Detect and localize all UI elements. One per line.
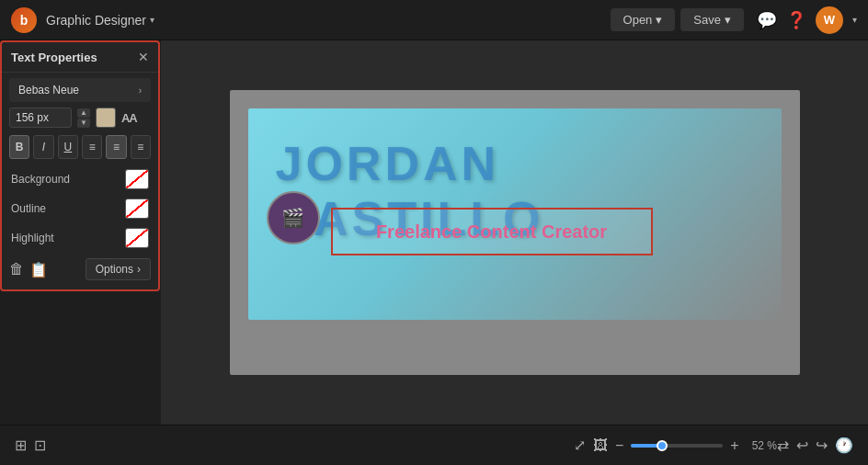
layers-icon-button[interactable]: ⊞ bbox=[15, 437, 27, 454]
text-props-title: Text Properties bbox=[11, 51, 97, 64]
font-selector[interactable]: Bebas Neue › bbox=[9, 78, 151, 102]
grid-icon-button[interactable]: ⊡ bbox=[34, 437, 46, 454]
app-name-label: Graphic Designer bbox=[46, 13, 146, 28]
design-canvas: JORDAN CASTILLO 🎬 Freelance Content Crea… bbox=[230, 90, 800, 375]
save-button[interactable]: Save ▾ bbox=[680, 8, 744, 31]
zoom-out-button[interactable]: − bbox=[615, 437, 623, 454]
main-area: Text Properties ✕ Bebas Neue › 156 px ▲ … bbox=[0, 40, 868, 425]
topbar-actions: Open ▾ Save ▾ bbox=[611, 8, 744, 31]
size-up-button[interactable]: ▲ bbox=[77, 108, 90, 118]
size-arrows: ▲ ▼ bbox=[77, 108, 90, 128]
text-properties-panel: Text Properties ✕ Bebas Neue › 156 px ▲ … bbox=[0, 40, 160, 291]
bottom-bar: ⊞ ⊡ ⤢ 🖼 − + 52 % ⇄ ↩ ↪ 🕐 bbox=[0, 425, 868, 465]
zoom-in-button[interactable]: + bbox=[730, 437, 738, 454]
bottom-center-tools: ⤢ 🖼 − + 52 % bbox=[574, 437, 777, 454]
responsive-icon-button[interactable]: ⇄ bbox=[777, 437, 789, 454]
chat-icon-button[interactable]: 💬 bbox=[757, 10, 777, 30]
help-icon-button[interactable]: ❓ bbox=[786, 10, 806, 30]
app-logo: b bbox=[11, 7, 37, 33]
open-button[interactable]: Open ▾ bbox=[611, 8, 676, 31]
zoom-slider[interactable] bbox=[631, 444, 723, 448]
banner-background: JORDAN CASTILLO 🎬 Freelance Content Crea… bbox=[248, 108, 782, 320]
format-buttons-row: B I U ≡ ≡ ≡ bbox=[2, 133, 158, 164]
zoom-percent-label: 52 % bbox=[752, 439, 777, 452]
bottom-right-tools: ⇄ ↩ ↪ 🕐 bbox=[777, 437, 853, 454]
delete-icon-button[interactable]: 🗑 bbox=[9, 261, 24, 278]
text-color-swatch[interactable] bbox=[96, 108, 116, 128]
align-left-button[interactable]: ≡ bbox=[82, 135, 102, 159]
user-avatar[interactable]: W bbox=[816, 6, 843, 34]
align-right-button[interactable]: ≡ bbox=[131, 135, 151, 159]
zoom-slider-fill bbox=[631, 444, 658, 448]
banner-avatar: 🎬 bbox=[267, 191, 320, 244]
duplicate-icon-button[interactable]: 📋 bbox=[29, 261, 48, 278]
background-swatch[interactable] bbox=[125, 169, 149, 189]
app-name-chevron: ▾ bbox=[150, 15, 154, 25]
options-button[interactable]: Options › bbox=[86, 258, 151, 280]
text-props-bottom-row: 🗑 📋 Options › bbox=[2, 253, 158, 282]
underline-button[interactable]: U bbox=[58, 135, 78, 159]
undo-icon-button[interactable]: ↩ bbox=[796, 437, 808, 454]
font-chevron-icon: › bbox=[139, 85, 142, 96]
outline-label: Outline bbox=[11, 202, 46, 215]
outline-swatch[interactable] bbox=[125, 198, 149, 219]
expand-icon-button[interactable]: ⤢ bbox=[574, 437, 586, 454]
history-icon-button[interactable]: 🕐 bbox=[835, 437, 853, 454]
highlight-row: Highlight bbox=[2, 223, 158, 253]
bottom-left-tools: ⊞ ⊡ bbox=[15, 437, 46, 454]
align-center-button[interactable]: ≡ bbox=[106, 135, 126, 159]
bold-button[interactable]: B bbox=[9, 135, 29, 159]
size-row: 156 px ▲ ▼ AA bbox=[2, 102, 158, 133]
size-down-button[interactable]: ▼ bbox=[77, 119, 90, 128]
outline-row: Outline bbox=[2, 194, 158, 223]
app-name-dropdown[interactable]: Graphic Designer ▾ bbox=[46, 13, 154, 28]
redo-icon-button[interactable]: ↪ bbox=[816, 437, 828, 454]
text-props-header: Text Properties ✕ bbox=[2, 42, 158, 73]
left-panel: Text Properties ✕ Bebas Neue › 156 px ▲ … bbox=[0, 40, 161, 425]
image-icon-button[interactable]: 🖼 bbox=[593, 437, 608, 454]
aa-button[interactable]: AA bbox=[121, 111, 137, 125]
background-label: Background bbox=[11, 173, 70, 186]
banner-subtitle-box[interactable]: Freelance Content Creator bbox=[331, 208, 653, 255]
font-size-input[interactable]: 156 px bbox=[9, 108, 72, 128]
banner-subtitle-text: Freelance Content Creator bbox=[376, 221, 607, 243]
background-row: Background bbox=[2, 164, 158, 194]
highlight-swatch[interactable] bbox=[125, 228, 149, 248]
topbar: b Graphic Designer ▾ Open ▾ Save ▾ 💬 ❓ W… bbox=[0, 0, 868, 40]
zoom-slider-thumb bbox=[657, 440, 668, 451]
italic-button[interactable]: I bbox=[33, 135, 53, 159]
font-name-label: Bebas Neue bbox=[18, 84, 79, 96]
highlight-label: Highlight bbox=[11, 232, 54, 244]
topbar-right: 💬 ❓ W ▾ bbox=[757, 6, 857, 34]
canvas-area[interactable]: JORDAN CASTILLO 🎬 Freelance Content Crea… bbox=[161, 40, 868, 425]
text-props-close-button[interactable]: ✕ bbox=[138, 50, 149, 64]
user-chevron[interactable]: ▾ bbox=[852, 15, 857, 25]
